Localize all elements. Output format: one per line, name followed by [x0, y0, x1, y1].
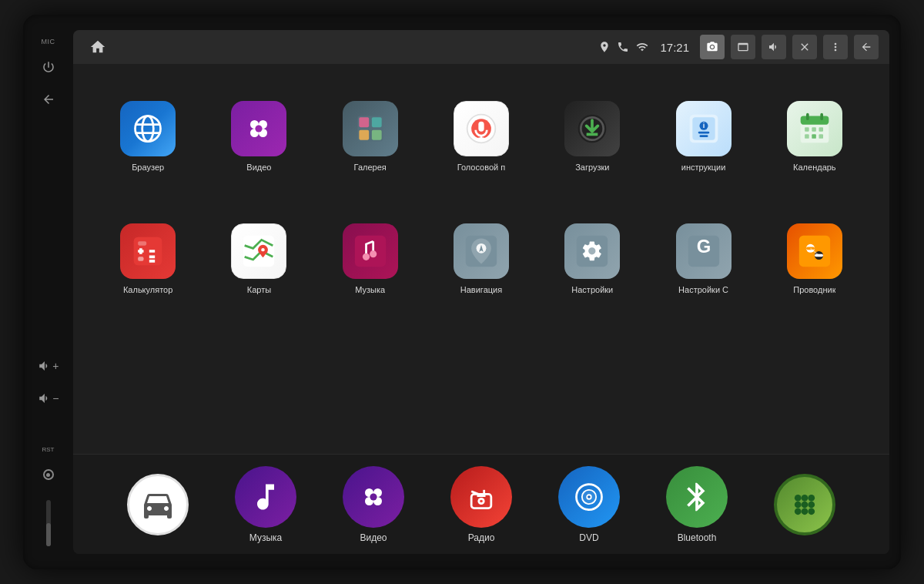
- side-controls: MIC + − RST: [23, 15, 73, 569]
- svg-rect-27: [698, 132, 709, 134]
- video2-icon: [343, 466, 404, 528]
- dock-video[interactable]: Видео: [343, 466, 404, 543]
- app-navigation[interactable]: Навигация: [430, 202, 533, 317]
- main-screen: 17:21: [73, 30, 889, 554]
- video2-label: Видео: [360, 532, 387, 543]
- svg-rect-33: [820, 113, 823, 120]
- dock-music[interactable]: Музыка: [235, 466, 296, 543]
- svg-point-52: [363, 253, 370, 260]
- svg-rect-17: [478, 122, 484, 132]
- volume-icon-btn[interactable]: [762, 35, 786, 59]
- svg-point-80: [588, 495, 591, 498]
- svg-text:i: i: [702, 122, 705, 129]
- app-settings2[interactable]: G Настройки С: [651, 202, 755, 317]
- svg-point-50: [262, 248, 265, 251]
- settings2-label: Настройки С: [678, 285, 728, 294]
- svg-rect-51: [355, 236, 386, 267]
- more-button[interactable]: [823, 35, 848, 59]
- svg-rect-11: [372, 118, 382, 128]
- dock-apps[interactable]: [774, 474, 835, 535]
- svg-point-86: [808, 501, 815, 508]
- svg-point-81: [795, 494, 802, 501]
- rst-button[interactable]: [38, 464, 59, 485]
- app-voice[interactable]: Голосовой п: [430, 79, 533, 194]
- svg-point-53: [370, 250, 377, 257]
- explorer-icon: [787, 223, 842, 279]
- volume-up-button[interactable]: +: [38, 355, 59, 377]
- device-body: MIC + − RST: [23, 15, 901, 569]
- app-settings[interactable]: Настройки: [541, 202, 644, 317]
- svg-point-88: [802, 508, 808, 515]
- home-button[interactable]: [84, 33, 112, 61]
- svg-point-70: [370, 493, 377, 500]
- svg-point-84: [795, 501, 802, 508]
- maps-icon: [231, 223, 286, 279]
- app-calc[interactable]: Калькулятор: [96, 202, 199, 317]
- dock-bluetooth[interactable]: Bluetooth: [666, 466, 728, 543]
- radio-icon: [450, 466, 512, 528]
- svg-point-73: [480, 499, 483, 502]
- svg-rect-45: [138, 257, 143, 261]
- radio-label: Радио: [468, 532, 495, 543]
- screenshot-button[interactable]: [700, 35, 725, 59]
- dock-radio[interactable]: Радио: [450, 466, 512, 543]
- svg-rect-74: [477, 494, 486, 497]
- app-video[interactable]: Видео: [207, 79, 310, 194]
- svg-rect-10: [359, 118, 369, 128]
- maps-label: Карты: [247, 285, 271, 294]
- power-button[interactable]: [38, 56, 59, 78]
- app-gallery[interactable]: Галерея: [319, 79, 422, 194]
- app-explorer[interactable]: Проводник: [763, 202, 866, 317]
- music-label: Музыка: [355, 285, 385, 294]
- svg-rect-12: [359, 130, 369, 140]
- svg-point-87: [795, 508, 802, 515]
- gallery-label: Галерея: [354, 163, 387, 172]
- window-button[interactable]: [731, 35, 755, 59]
- svg-point-82: [802, 494, 808, 501]
- car-icon: [127, 474, 189, 535]
- app-calendar[interactable]: Календарь: [763, 79, 866, 194]
- instructions-icon: i: [676, 101, 732, 156]
- nav-back-button[interactable]: [854, 35, 879, 59]
- settings-icon: [564, 223, 620, 279]
- music2-label: Музыка: [249, 532, 282, 543]
- status-icons: 17:21: [598, 35, 879, 59]
- svg-rect-35: [812, 127, 816, 132]
- svg-rect-37: [805, 135, 809, 139]
- app-downloads[interactable]: Загрузки: [541, 79, 644, 194]
- browser-icon: [120, 101, 176, 156]
- calc-label: Калькулятор: [123, 285, 172, 294]
- downloads-label: Загрузки: [575, 163, 609, 172]
- svg-text:G: G: [696, 236, 711, 257]
- svg-point-89: [808, 508, 815, 515]
- app-instructions[interactable]: i инструкции: [651, 79, 755, 194]
- navigation-label: Навигация: [460, 285, 502, 294]
- app-browser[interactable]: Браузер: [96, 79, 199, 194]
- volume-down-button[interactable]: −: [38, 388, 59, 409]
- back-button[interactable]: [38, 89, 59, 110]
- downloads-icon: [564, 101, 620, 156]
- svg-point-0: [136, 116, 161, 142]
- svg-rect-28: [699, 136, 708, 138]
- status-time: 17:21: [660, 41, 689, 54]
- app-music[interactable]: Музыка: [319, 202, 422, 317]
- calendar-label: Календарь: [793, 163, 836, 172]
- dock-car[interactable]: [127, 474, 189, 535]
- svg-point-1: [142, 116, 154, 142]
- voice-label: Голосовой п: [457, 163, 506, 172]
- svg-point-57: [588, 247, 597, 255]
- bluetooth-icon: [666, 466, 728, 528]
- explorer-label: Проводник: [793, 285, 835, 294]
- svg-point-83: [808, 494, 815, 501]
- close-icon-btn[interactable]: [792, 35, 817, 59]
- app-maps[interactable]: Карты: [207, 202, 310, 317]
- dock-dvd[interactable]: DVD: [558, 466, 620, 543]
- dvd-label: DVD: [579, 532, 598, 543]
- music-icon: [343, 223, 398, 279]
- volume-slider[interactable]: [46, 500, 51, 546]
- svg-rect-32: [806, 113, 809, 120]
- status-bar: 17:21: [73, 30, 889, 64]
- mic-label: MIC: [42, 38, 55, 45]
- instructions-label: инструкции: [681, 163, 726, 172]
- calendar-icon: [787, 101, 842, 156]
